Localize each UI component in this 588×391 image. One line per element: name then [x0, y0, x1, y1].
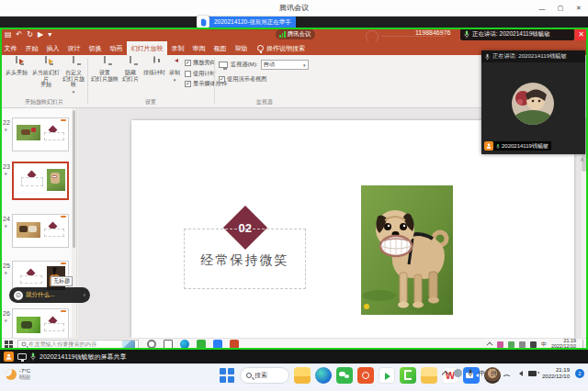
setup-slideshow-button[interactable]: 设置 幻灯片放映 [91, 57, 119, 82]
participant-video[interactable]: 2020214119钱毓敏 [481, 62, 585, 154]
close-button[interactable]: ✕ [570, 0, 588, 17]
task-view-icon[interactable] [164, 340, 173, 349]
tab-home[interactable]: 开始 [21, 41, 42, 55]
tab-animations[interactable]: 动画 [106, 41, 127, 55]
tray-app1-icon[interactable] [497, 341, 503, 348]
ime-mode-indicator[interactable]: 拼 [491, 369, 497, 378]
quick-access-toolbar[interactable]: ▤ ↶ ↻ ▶ ▾ [5, 28, 51, 40]
tab-file[interactable]: 文件 [0, 41, 21, 55]
tab-review[interactable]: 审阅 [188, 41, 209, 55]
slide-number: 26 [3, 310, 10, 317]
tab-design[interactable]: 设计 [63, 41, 85, 55]
wifi-icon[interactable] [503, 370, 511, 376]
app-icon-green-s[interactable] [400, 367, 416, 384]
shared-win10-taskbar: 在这里输入你要搜索的内容 中 21:19 2022/1 [0, 338, 588, 350]
file-explorer-icon[interactable] [294, 367, 311, 384]
hide-slide-button[interactable]: 隐藏 幻灯片 [119, 57, 141, 82]
edge-icon[interactable] [180, 340, 189, 349]
mouse-cursor [52, 266, 62, 276]
screen-share-statusbar: 2020214119钱毓敏的屏幕共享 [0, 350, 588, 363]
meeting-window-titlebar: 腾讯会议 — ▢ ✕ [0, 0, 588, 17]
group-label: 设置 [89, 98, 212, 106]
undo-icon[interactable]: ↶ [17, 28, 23, 40]
tray-volume-icon[interactable] [530, 341, 537, 348]
tell-me-search[interactable]: 操作说明搜索 [257, 41, 305, 55]
edge-icon[interactable] [315, 367, 332, 384]
maximize-button[interactable]: ▢ [551, 0, 570, 17]
collapse-chat-icon[interactable]: ‹ [84, 292, 85, 298]
slide-canvas[interactable]: 02 经常保持微笑 [131, 120, 574, 350]
meeting-floating-toolbar[interactable]: 腾讯会议 [276, 29, 315, 39]
notification-badge[interactable]: 2 [575, 369, 584, 378]
powerpoint-icon[interactable] [230, 340, 239, 349]
participant-name-tag: 2020214119钱毓敏 [484, 141, 551, 151]
cortana-icon[interactable] [147, 340, 156, 349]
presenter-view-checkbox[interactable]: ✓ 使用演示者视图 [219, 75, 266, 84]
monitor-select[interactable]: 自动 ▾ [261, 60, 309, 70]
win10-start-button[interactable] [5, 341, 14, 349]
slide-thumbnail-24[interactable] [12, 214, 69, 248]
pug-dog-photo[interactable] [361, 185, 453, 315]
save-icon[interactable]: ▤ [5, 28, 12, 40]
slide-thumbnail-23-selected[interactable] [12, 162, 69, 200]
custom-slideshow-button[interactable]: 自定义 幻灯片放映 ▾ [61, 57, 86, 95]
win11-start-button[interactable] [219, 367, 235, 384]
host-badge-icon [4, 352, 14, 362]
win11-clock[interactable]: 21:19 2022/12/10 [542, 367, 570, 379]
tray-expand-icon[interactable] [487, 342, 493, 349]
tab-transitions[interactable]: 切换 [85, 41, 106, 55]
monitor-value: 自动 [264, 61, 275, 69]
from-current-button[interactable]: 从当前幻灯片 开始 [30, 57, 62, 88]
folder-icon[interactable] [421, 367, 437, 384]
video-player-icon[interactable] [379, 367, 395, 384]
qat-caret-icon[interactable]: ▾ [48, 28, 51, 40]
tray-mic-icon[interactable] [468, 369, 473, 377]
play-narrations-label: 播放旁白 [193, 59, 216, 67]
tab-insert[interactable]: 插入 [42, 41, 63, 55]
redo-icon[interactable]: ↻ [27, 28, 33, 40]
mic-icon [485, 53, 490, 61]
tab-record[interactable]: 录制 [167, 41, 188, 55]
raise-hand-notification[interactable]: 2020214120-张辰旭正在举手 [197, 16, 296, 28]
panel-collapse-icon[interactable]: ∧ [580, 156, 584, 163]
green-app-icon[interactable] [197, 340, 206, 349]
taskbar-weather-widget[interactable]: -7°C 晴朗 [6, 368, 30, 380]
app-icon-orange[interactable] [357, 367, 374, 384]
meeting-video-panel[interactable]: 正在讲话: 2020214119钱毓敏 [481, 50, 585, 154]
slide-thumbnail-22[interactable] [12, 117, 69, 151]
slide-title-text[interactable]: 经常保持微笑 [184, 252, 306, 269]
wechat-icon[interactable] [336, 367, 353, 384]
win10-ime-indicator[interactable]: 中 [541, 341, 547, 349]
slideshow-icon[interactable]: ▶ [38, 28, 43, 40]
minimize-button[interactable]: — [533, 0, 551, 17]
tab-slideshow[interactable]: 幻灯片放映 [127, 41, 167, 55]
win10-clock[interactable]: 21:19 2022/12/10 [551, 339, 576, 350]
tab-help[interactable]: 帮助 [231, 41, 252, 55]
close-notification-button[interactable]: ✕ [575, 28, 587, 40]
record-button[interactable]: 录制 ▾ [166, 57, 183, 83]
volume-icon[interactable] [516, 371, 523, 376]
tray-app3-icon[interactable] [519, 341, 526, 348]
tray-expand-icon[interactable] [442, 370, 449, 377]
slide-number: 23 [3, 163, 10, 170]
rehearse-timings-label: 排练计时 [143, 70, 165, 76]
custom-slideshow-label: 自定义 幻灯片放映 [61, 70, 86, 88]
show-desktop-button[interactable] [582, 340, 584, 350]
tray-cloud-icon[interactable] [454, 369, 462, 377]
from-beginning-button[interactable]: 从头开始 [4, 57, 29, 76]
win11-search-box[interactable]: 搜索 [240, 367, 289, 384]
ime-indicator[interactable]: 中 [479, 369, 485, 378]
win10-search-box[interactable]: 在这里输入你要搜索的内容 [17, 340, 139, 350]
slide-number: 25 [3, 263, 10, 269]
monitor-row: 监视器(M): 自动 ▾ [219, 60, 309, 70]
tab-view[interactable]: 视图 [209, 41, 231, 55]
speaking-indicator-toast: 正在讲话: 2020214119钱毓敏 [460, 28, 574, 40]
chat-preview-toast[interactable]: ☺ 就分什么... ‹ [9, 287, 90, 303]
checkbox-mark [185, 71, 191, 77]
checkbox-mark: ✓ [185, 60, 191, 66]
tray-app2-icon[interactable] [508, 341, 514, 348]
rehearse-timings-button[interactable]: 排练计时 [142, 57, 166, 76]
camera-icon[interactable] [528, 371, 537, 376]
meeting-app-icon[interactable] [213, 340, 222, 349]
thumbnail-scrollbar[interactable] [72, 108, 76, 350]
